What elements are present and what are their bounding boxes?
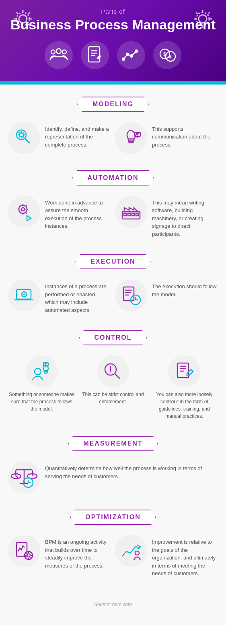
gear-play-icon xyxy=(8,196,40,228)
execution-text-1: Instances of a process are performed or … xyxy=(45,279,111,314)
optimization-text-2: Improvement is relative to the goals of … xyxy=(152,535,218,578)
section-label-automation: AUTOMATION xyxy=(72,170,154,186)
automation-item-1: Work done in advance to assure the smoot… xyxy=(8,196,111,230)
section-execution: EXECUTION Instances of a process a xyxy=(8,254,218,314)
search-exclaim-icon xyxy=(97,355,129,388)
svg-point-20 xyxy=(21,208,25,211)
section-label-execution: EXECUTION xyxy=(75,254,150,269)
svg-point-8 xyxy=(122,58,125,60)
header-title: Business Process Management xyxy=(8,17,218,33)
svg-point-4 xyxy=(51,50,55,54)
document-icon xyxy=(81,41,109,69)
svg-text:$: $ xyxy=(163,52,166,57)
control-item-2: This can be strict control and enforceme… xyxy=(79,355,146,420)
svg-point-5 xyxy=(56,49,61,54)
control-text-3: You can also more loosely control it in … xyxy=(151,388,218,420)
section-control: CONTROL xyxy=(8,330,218,420)
execution-item-2: The execution should follow the model. xyxy=(115,279,218,312)
automation-text-2: This may mean writing software, building… xyxy=(152,196,218,238)
search-gear-icon xyxy=(8,122,40,154)
source: Source: bpm.com xyxy=(8,594,218,613)
svg-point-36 xyxy=(110,371,111,372)
svg-marker-21 xyxy=(27,216,31,221)
svg-point-0 xyxy=(19,15,27,23)
svg-rect-25 xyxy=(132,213,134,216)
gear-left-icon xyxy=(12,8,34,32)
modeling-item-2: This supports communication about the pr… xyxy=(115,122,218,154)
blue-stripe xyxy=(0,81,226,85)
section-automation: AUTOMATION Work done in advance to assur… xyxy=(8,170,218,238)
measurement-text-1: Quantitatively determine how well the pr… xyxy=(45,461,218,480)
control-item-1: Something or someone makes sure that the… xyxy=(8,355,75,420)
execution-text-2: The execution should follow the model. xyxy=(152,279,218,298)
automation-text-1: Work done in advance to assure the smoot… xyxy=(45,196,111,230)
section-label-measurement: MEASUREMENT xyxy=(68,436,158,451)
optimization-item-2: Improvement is relative to the goals of … xyxy=(115,535,218,578)
lightbulb-chat-icon xyxy=(115,122,147,154)
doc-gear-chart-icon xyxy=(8,535,40,567)
control-text-2: This can be strict control and enforceme… xyxy=(79,388,146,405)
svg-point-6 xyxy=(62,50,66,54)
svg-point-30 xyxy=(23,293,25,295)
modeling-text-2: This supports communication about the pr… xyxy=(152,122,218,149)
dollar-icon: $ $ xyxy=(153,41,181,69)
laptop-gear-icon xyxy=(8,279,40,312)
doc-pencil-icon xyxy=(168,355,200,388)
svg-rect-23 xyxy=(124,213,126,216)
people-icon xyxy=(45,41,73,69)
gear-right-icon xyxy=(192,8,214,32)
trend-icon xyxy=(117,41,145,69)
header: Parts of Business Process Management xyxy=(0,0,226,81)
factory-icon xyxy=(115,196,147,228)
header-subtitle: Parts of xyxy=(8,8,218,15)
automation-item-2: This may mean writing software, building… xyxy=(115,196,218,238)
section-measurement: MEASUREMENT xyxy=(8,436,218,493)
svg-point-9 xyxy=(126,53,129,56)
person-lightbulb-icon xyxy=(26,355,58,388)
section-modeling: MODELING Identify, define, and make a re… xyxy=(8,97,218,154)
arrow-person-icon xyxy=(115,535,147,567)
svg-point-44 xyxy=(135,551,139,555)
svg-point-11 xyxy=(135,50,138,52)
measure-clock-icon xyxy=(8,461,40,493)
control-text-1: Something or someone makes sure that the… xyxy=(8,388,75,413)
svg-point-10 xyxy=(130,55,133,57)
section-label-optimization: OPTIMIZATION xyxy=(70,510,156,525)
svg-rect-31 xyxy=(123,287,134,301)
automation-row: Work done in advance to assure the smoot… xyxy=(8,196,218,238)
svg-rect-26 xyxy=(136,213,138,216)
header-icons: $ $ xyxy=(8,41,218,69)
execution-item-1: Instances of a process are performed or … xyxy=(8,279,111,314)
svg-point-33 xyxy=(35,368,41,375)
main-content: MODELING Identify, define, and make a re… xyxy=(0,85,226,625)
svg-point-17 xyxy=(19,133,23,137)
svg-point-19 xyxy=(19,205,27,213)
modeling-item-1: Identify, define, and make a representat… xyxy=(8,122,111,154)
execution-row: Instances of a process are performed or … xyxy=(8,279,218,314)
svg-rect-7 xyxy=(88,47,100,62)
section-label-modeling: MODELING xyxy=(77,97,149,112)
optimization-row: BPM is an ongoing activity that builds o… xyxy=(8,535,218,578)
optimization-text-1: BPM is an ongoing activity that builds o… xyxy=(45,535,111,570)
svg-point-43 xyxy=(27,554,30,557)
measurement-row: Quantitatively determine how well the pr… xyxy=(8,461,218,493)
svg-rect-24 xyxy=(128,213,130,216)
optimization-item-1: BPM is an ongoing activity that builds o… xyxy=(8,535,111,570)
section-optimization: OPTIMIZATION BPM is an ongoing act xyxy=(8,510,218,578)
checklist-clock-icon xyxy=(115,279,147,312)
control-item-3: You can also more loosely control it in … xyxy=(151,355,218,420)
svg-text:$: $ xyxy=(169,54,172,60)
control-row: Something or someone makes sure that the… xyxy=(8,355,218,420)
svg-point-2 xyxy=(199,15,207,23)
modeling-text-1: Identify, define, and make a representat… xyxy=(45,122,111,149)
section-label-control: CONTROL xyxy=(79,330,147,345)
modeling-row: Identify, define, and make a representat… xyxy=(8,122,218,154)
